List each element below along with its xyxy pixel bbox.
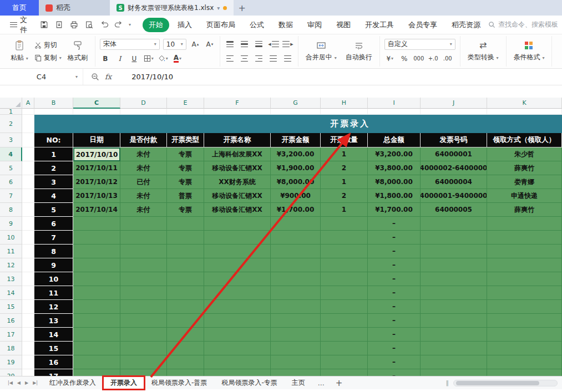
cell-B15[interactable]: 12 [34, 300, 73, 314]
align-middle-button[interactable] [239, 39, 250, 50]
cell-A7[interactable] [22, 189, 34, 203]
header-G[interactable]: 开票金额 [271, 133, 321, 147]
cell-A8[interactable] [22, 203, 34, 217]
cell-H8[interactable]: 1 [321, 203, 368, 217]
cell-J7[interactable]: 4000001-9400000 [421, 189, 487, 203]
currency-format-button[interactable]: ¥▾ [384, 53, 396, 64]
menu-tab-数据[interactable]: 数据 [272, 18, 299, 32]
cell-B1[interactable] [34, 109, 73, 115]
cell-J6[interactable]: 64000004 [421, 175, 487, 189]
cell-K4[interactable]: 朱少哲 [487, 147, 562, 161]
cell-H10[interactable] [321, 231, 368, 245]
cell-I11[interactable]: – [368, 245, 421, 258]
document-tab[interactable]: S 财务发票管理系统表格1.xlsx ▾ [110, 0, 234, 16]
cell-A9[interactable] [22, 217, 34, 231]
menu-tab-会员专享[interactable]: 会员专享 [402, 18, 443, 32]
cell-J15[interactable] [421, 300, 487, 314]
cell-E5[interactable]: 专票 [167, 161, 204, 175]
cell-K8[interactable]: 薛爽竹 [487, 203, 562, 217]
font-size-select[interactable]: 10▾ [163, 39, 186, 50]
horizontal-scrollbar[interactable] [453, 380, 558, 386]
cell-K12[interactable] [487, 258, 562, 272]
cell-B6[interactable]: 3 [34, 175, 73, 189]
horizontal-scrollbar-thumb[interactable] [456, 381, 539, 385]
cut-button[interactable]: 剪切 [34, 40, 62, 50]
cell-B4[interactable]: 1 [34, 147, 73, 161]
cell-A20[interactable] [22, 369, 34, 376]
select-all-corner[interactable] [0, 98, 22, 109]
cell-J8[interactable]: 64000005 [421, 203, 487, 217]
font-color-button[interactable]: A▾ [172, 53, 183, 64]
row-header-1[interactable]: 1 [0, 109, 22, 115]
shrink-font-button[interactable]: A▾ [204, 39, 215, 50]
table-title[interactable]: 开票录入 [34, 115, 562, 133]
formula-value[interactable]: 2017/10/10 [131, 73, 173, 81]
cell-D8[interactable]: 未付 [120, 203, 167, 217]
cell-D15[interactable] [120, 300, 167, 314]
next-sheet-button[interactable]: ▶ [25, 380, 28, 385]
cell-C9[interactable] [73, 217, 120, 231]
cell-E8[interactable]: 专票 [167, 203, 204, 217]
cell-E10[interactable] [167, 231, 204, 245]
cell-G8[interactable]: ¥1,700.00 [271, 203, 321, 217]
distribute-button[interactable] [282, 53, 293, 64]
column-header-F[interactable]: F [204, 98, 271, 109]
row-header-20[interactable]: 20 [0, 369, 22, 376]
thousands-separator-button[interactable]: 000 [413, 53, 424, 64]
align-center-button[interactable] [239, 53, 250, 64]
cell-K6[interactable]: 娄青娜 [487, 175, 562, 189]
column-header-B[interactable]: B [34, 98, 73, 109]
cell-H6[interactable]: 1 [321, 175, 368, 189]
header-H[interactable]: 开票数量 [321, 133, 368, 147]
cell-B14[interactable]: 11 [34, 286, 73, 300]
cell-J17[interactable] [421, 328, 487, 342]
cell-A18[interactable] [22, 342, 34, 355]
sheet-tab-红冲及作废录入[interactable]: 红冲及作废录入 [42, 376, 103, 389]
row-header-7[interactable]: 7 [0, 189, 22, 203]
cell-H7[interactable]: 2 [321, 189, 368, 203]
cell-D4[interactable]: 未付 [120, 147, 167, 161]
cell-G14[interactable] [271, 286, 321, 300]
cell-I4[interactable]: ¥3,200.00 [368, 147, 421, 161]
cell-G6[interactable]: ¥8,000.00 [271, 175, 321, 189]
cell-F5[interactable]: 移动设备汇销XX [204, 161, 271, 175]
cell-C7[interactable]: 2017/10/13 [73, 189, 120, 203]
save-button[interactable] [39, 20, 49, 30]
column-header-I[interactable]: I [368, 98, 421, 109]
cell-J11[interactable] [421, 245, 487, 258]
cell-D6[interactable]: 已付 [120, 175, 167, 189]
fill-color-button[interactable]: ▾ [158, 53, 169, 64]
row-header-5[interactable]: 5 [0, 161, 22, 175]
underline-button[interactable]: U [129, 53, 140, 64]
paste-button[interactable]: 粘贴 ▾ [8, 40, 31, 63]
cell-C6[interactable]: 2017/10/12 [73, 175, 120, 189]
cell-E12[interactable] [167, 258, 204, 272]
cell-H4[interactable]: 1 [321, 147, 368, 161]
cell-I12[interactable]: – [368, 258, 421, 272]
cell-H18[interactable] [321, 342, 368, 355]
column-header-D[interactable]: D [120, 98, 167, 109]
align-top-button[interactable] [225, 39, 236, 50]
cell-A16[interactable] [22, 314, 34, 328]
cell-H12[interactable] [321, 258, 368, 272]
cell-C13[interactable] [73, 272, 120, 286]
cell-A19[interactable] [22, 355, 34, 369]
cell-K7[interactable]: 申通快递 [487, 189, 562, 203]
cell-H15[interactable] [321, 300, 368, 314]
cell-E18[interactable] [167, 342, 204, 355]
cell-D1[interactable] [120, 109, 167, 115]
menu-tab-公式[interactable]: 公式 [244, 18, 270, 32]
cell-D10[interactable] [120, 231, 167, 245]
cell-I6[interactable]: ¥8,000.00 [368, 175, 421, 189]
cell-J16[interactable] [421, 314, 487, 328]
cell-B5[interactable]: 2 [34, 161, 73, 175]
cell-E9[interactable] [167, 217, 204, 231]
menu-tab-视图[interactable]: 视图 [330, 18, 357, 32]
cell-E19[interactable] [167, 355, 204, 369]
cell-K9[interactable] [487, 217, 562, 231]
cell-E6[interactable]: 专票 [167, 175, 204, 189]
row-header-4[interactable]: 4 [0, 147, 22, 161]
cell-I15[interactable]: – [368, 300, 421, 314]
cell-F18[interactable] [204, 342, 271, 355]
cell-I19[interactable]: – [368, 355, 421, 369]
